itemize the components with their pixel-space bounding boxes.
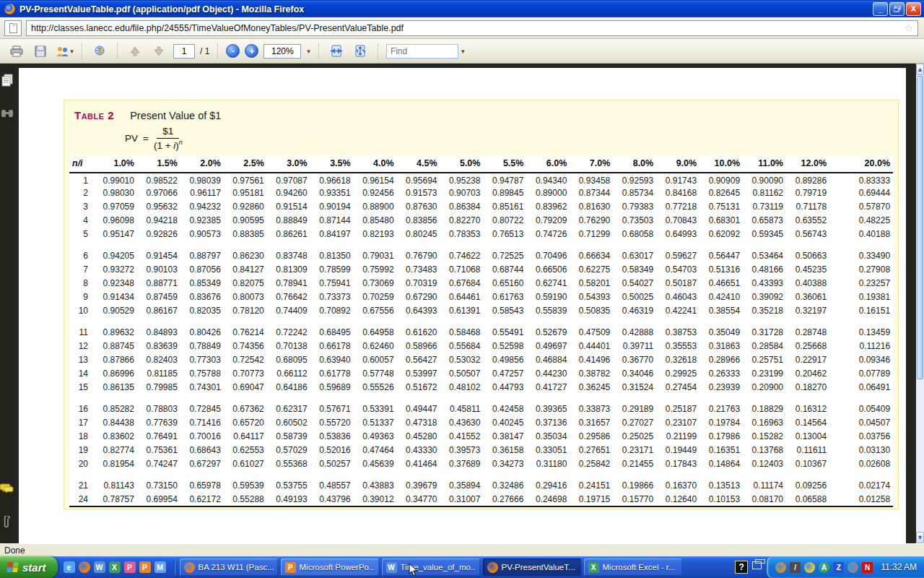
messenger-icon[interactable]: M: [154, 561, 166, 573]
pv-cell: 0.75361: [137, 444, 180, 457]
zoom-level-select[interactable]: 120%: [263, 44, 301, 59]
pv-cell: 0.86230: [224, 249, 267, 263]
zoom-caret-icon[interactable]: ▾: [307, 48, 310, 55]
pv-cell: 0.43796: [310, 493, 354, 506]
scroll-up-button[interactable]: ▲: [916, 64, 924, 75]
pv-cell: 0.73150: [137, 479, 180, 493]
pv-column-header: 7.0%: [570, 155, 613, 173]
pv-cell: 0.44401: [570, 340, 613, 353]
pv-cell: 0.22917: [786, 353, 829, 367]
pv-cell: 0.39679: [397, 479, 440, 493]
pv-cell: 0.74622: [440, 249, 484, 263]
taskbar-button-5[interactable]: XMicrosoft Excel - r...: [584, 558, 682, 576]
sign-button[interactable]: [90, 42, 109, 61]
volume-tray-icon[interactable]: [847, 562, 858, 573]
pv-cell: 0.32618: [656, 353, 699, 367]
scrollbar-thumb[interactable]: [917, 76, 923, 379]
search-panel-icon[interactable]: [1, 108, 14, 121]
taskbar-button-2[interactable]: PMicrosoft PowerPo...: [281, 558, 379, 576]
help-button[interactable]: ?: [735, 561, 748, 574]
scroll-down-button[interactable]: ▼: [916, 532, 924, 543]
shield-tray-icon[interactable]: [804, 562, 815, 573]
taskbar-button-3[interactable]: WTime_value_of_mo...: [382, 558, 480, 576]
pv-cell: 0.60057: [354, 353, 397, 367]
vertical-scrollbar[interactable]: ▲ ▼: [916, 64, 924, 543]
undock-icon[interactable]: [752, 561, 762, 569]
pv-period: 5: [69, 228, 94, 241]
word-icon[interactable]: W: [94, 561, 105, 573]
collaborate-button[interactable]: ▾: [55, 42, 74, 61]
previous-page-button[interactable]: [126, 42, 144, 61]
powerpoint-icon[interactable]: P: [139, 561, 151, 573]
pv-cell: 0.82035: [180, 304, 224, 318]
antivirus-tray-icon[interactable]: A: [819, 562, 829, 573]
internet-explorer-icon[interactable]: e: [64, 561, 75, 573]
pv-row: 110.896320.848930.804260.762140.722420.6…: [69, 326, 893, 340]
pv-cell: 0.88771: [137, 277, 180, 290]
fit-page-button[interactable]: [351, 42, 370, 61]
taskbar-button-4[interactable]: PV-PresentValueT...: [483, 558, 581, 576]
next-page-button[interactable]: [149, 42, 168, 61]
pv-cell: 0.81185: [137, 367, 180, 381]
pv-cell: 0.71299: [570, 228, 613, 241]
pv-cell: 0.41727: [526, 381, 570, 394]
restore-button[interactable]: [889, 2, 905, 16]
zoom-out-button[interactable]: -: [226, 44, 240, 58]
pv-cell: 0.97087: [267, 173, 310, 186]
pages-panel-icon[interactable]: [1, 74, 13, 90]
pv-cell: 0.40245: [483, 416, 526, 430]
zoom-in-button[interactable]: +: [245, 44, 258, 58]
pv-cell: 0.53836: [310, 430, 354, 444]
collaborate-caret-icon[interactable]: ▾: [70, 48, 74, 55]
messenger-tray-icon[interactable]: [775, 562, 786, 573]
pv-cell: 0.23257: [829, 277, 893, 290]
pv-cell: 0.68095: [267, 353, 310, 367]
pv-cell: 0.83602: [94, 430, 137, 444]
pv-cell: 0.94218: [137, 214, 180, 228]
find-caret-icon[interactable]: ▾: [461, 48, 465, 55]
z-tray-icon[interactable]: Z: [833, 562, 844, 573]
pv-column-header: 1.5%: [137, 155, 180, 173]
minimize-button[interactable]: _: [873, 2, 888, 16]
print-button[interactable]: [7, 42, 26, 61]
pv-cell: 0.64993: [656, 228, 699, 241]
powerpoint-icon[interactable]: P: [285, 562, 296, 573]
key-icon[interactable]: P: [124, 561, 136, 573]
taskbar-button-label: Microsoft Excel - r...: [603, 563, 676, 571]
bookmark-star-icon[interactable]: ☆: [903, 22, 915, 34]
fit-width-button[interactable]: [327, 42, 346, 61]
pv-cell: 0.67556: [354, 304, 397, 318]
pv-cell: 0.52016: [310, 444, 354, 457]
pv-cell: 0.81350: [310, 249, 354, 263]
pv-cell: 0.19784: [699, 416, 743, 430]
excel-icon[interactable]: X: [588, 562, 599, 573]
pv-cell: 0.47318: [397, 416, 440, 430]
firefox-icon[interactable]: [487, 562, 498, 573]
attachments-panel-icon[interactable]: [1, 516, 13, 533]
pv-cell: 0.36158: [483, 444, 526, 457]
pv-row: 30.970590.956320.942320.928600.915140.90…: [69, 200, 893, 214]
pv-cell: 0.58468: [440, 326, 484, 340]
comments-panel-icon[interactable]: [0, 483, 14, 497]
excel-icon[interactable]: X: [109, 561, 121, 573]
scrollbar-track[interactable]: [916, 380, 924, 532]
page-number-input[interactable]: [173, 44, 195, 59]
firefox-icon[interactable]: [184, 562, 195, 573]
find-input[interactable]: [386, 44, 458, 59]
taskbar-button-1[interactable]: BA 213 W11 (Pasc...: [180, 558, 278, 576]
phone-tray-icon[interactable]: /: [790, 562, 801, 573]
start-button[interactable]: start: [0, 556, 58, 578]
pv-cell: 0.49856: [483, 353, 526, 367]
pv-column-header: 2.5%: [224, 155, 267, 173]
close-button[interactable]: X: [906, 2, 921, 16]
pv-cell: 0.94232: [180, 200, 224, 214]
word-icon[interactable]: W: [386, 562, 397, 573]
save-button[interactable]: [31, 42, 50, 61]
url-input[interactable]: [26, 20, 918, 36]
pv-column-header: 6.0%: [526, 155, 570, 173]
pv-period: 1: [69, 173, 94, 186]
pv-period: 20: [69, 457, 94, 471]
firefox-icon[interactable]: [79, 561, 90, 573]
norton-tray-icon[interactable]: N: [862, 562, 873, 573]
pv-cell: 0.16963: [743, 416, 786, 430]
